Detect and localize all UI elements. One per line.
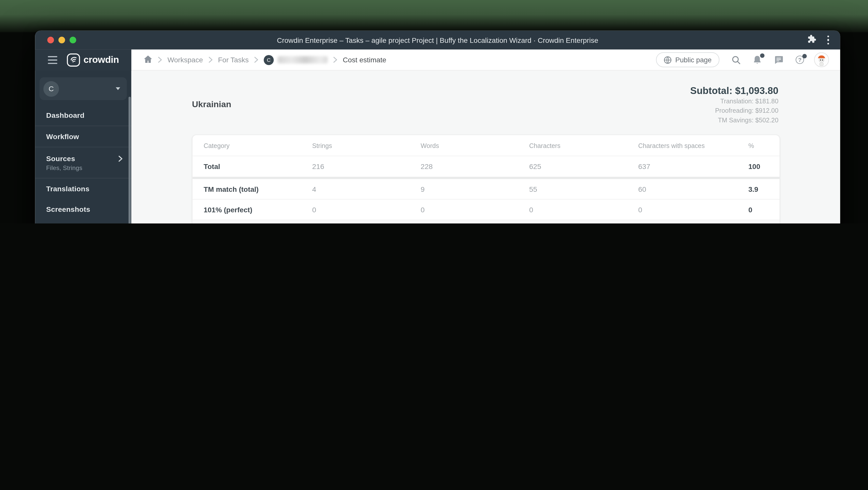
cost-summary: Subtotal: $1,093.80 Translation: $181.80… bbox=[690, 85, 778, 125]
titlebar-actions bbox=[807, 34, 840, 45]
sidebar: crowdin C Dashboard Workflow Sources bbox=[35, 50, 131, 224]
public-page-button[interactable]: Public page bbox=[656, 52, 719, 67]
notifications-bell-icon[interactable] bbox=[753, 55, 762, 64]
breadcrumb-for-tasks[interactable]: For Tasks bbox=[218, 56, 249, 64]
table-row-101-perfect[interactable]: 101% (perfect) 0 0 0 0 0 bbox=[192, 200, 779, 220]
sidebar-header: crowdin bbox=[35, 50, 131, 70]
table-header-row: Category Strings Words Characters Charac… bbox=[192, 135, 779, 156]
account-avatar: C bbox=[43, 81, 59, 96]
chevron-right-icon bbox=[158, 57, 162, 63]
menu-toggle-icon[interactable] bbox=[46, 55, 58, 65]
browser-menu-icon[interactable] bbox=[826, 34, 830, 45]
window-titlebar: Crowdin Enterprise – Tasks – agile proje… bbox=[35, 31, 840, 50]
user-avatar[interactable] bbox=[814, 52, 829, 67]
sidebar-item-translations[interactable]: Translations bbox=[35, 178, 131, 199]
chevron-right-icon bbox=[209, 57, 212, 63]
account-switcher[interactable]: C bbox=[39, 77, 127, 100]
page-content: Ukrainian Subtotal: $1,093.80 Translatio… bbox=[131, 71, 840, 224]
messages-icon[interactable] bbox=[774, 55, 783, 64]
chevron-right-icon bbox=[118, 155, 122, 161]
desktop-wallpaper bbox=[0, 0, 868, 32]
sidebar-item-tasks[interactable]: Tasks bbox=[35, 220, 131, 224]
app-layout: crowdin C Dashboard Workflow Sources bbox=[35, 50, 840, 224]
screen: Crowdin Enterprise – Tasks – agile proje… bbox=[0, 0, 868, 224]
project-avatar: C bbox=[264, 55, 274, 65]
sidebar-item-sources-sub: Files, Strings bbox=[46, 164, 122, 171]
sidebar-scrollbar[interactable] bbox=[129, 97, 131, 224]
cost-estimate-table: Category Strings Words Characters Charac… bbox=[192, 134, 780, 224]
col-percent: % bbox=[748, 142, 779, 149]
minimize-window-button[interactable] bbox=[58, 37, 65, 43]
translation-cost-line: Translation: $181.80 bbox=[690, 97, 778, 106]
breadcrumb: Workspace For Tasks C Cost estimate bbox=[144, 55, 386, 65]
col-characters: Characters bbox=[529, 142, 638, 149]
proofreading-cost-line: Proofreading: $912.00 bbox=[690, 106, 778, 116]
col-characters-with-spaces: Characters with spaces bbox=[638, 142, 748, 149]
search-icon[interactable] bbox=[732, 55, 740, 64]
help-icon[interactable]: ? bbox=[796, 56, 804, 64]
subtotal-amount: Subtotal: $1,093.80 bbox=[690, 85, 778, 97]
table-row-total[interactable]: Total 216 228 625 637 100 bbox=[192, 156, 779, 177]
breadcrumb-workspace[interactable]: Workspace bbox=[167, 56, 203, 64]
topbar-actions: Public page ? bbox=[656, 52, 829, 67]
sidebar-item-sources[interactable]: Sources Files, Strings bbox=[35, 147, 131, 178]
extensions-icon[interactable] bbox=[807, 34, 816, 45]
window-title: Crowdin Enterprise – Tasks – agile proje… bbox=[35, 36, 840, 44]
globe-icon bbox=[663, 56, 672, 64]
redacted-project-name bbox=[278, 56, 328, 64]
notification-dot bbox=[760, 54, 765, 58]
help-dot bbox=[802, 54, 807, 59]
sidebar-nav: Dashboard Workflow Sources Files, String… bbox=[35, 105, 131, 224]
col-category: Category bbox=[204, 142, 312, 149]
chevron-right-icon bbox=[333, 57, 337, 63]
crowdin-logo[interactable]: crowdin bbox=[67, 54, 119, 67]
close-window-button[interactable] bbox=[48, 37, 54, 43]
chevron-down-icon bbox=[116, 87, 120, 90]
home-icon[interactable] bbox=[144, 55, 152, 65]
col-strings: Strings bbox=[312, 142, 421, 149]
content-column: Workspace For Tasks C Cost estimate bbox=[131, 50, 840, 224]
table-row-100[interactable]: 100% 4 9 55 60 3.9 bbox=[192, 220, 779, 224]
window-controls bbox=[35, 37, 76, 43]
crowdin-wordmark: crowdin bbox=[84, 55, 119, 66]
tm-savings-line: TM Savings: $502.20 bbox=[690, 116, 778, 125]
group-separator bbox=[192, 177, 779, 179]
breadcrumb-cost-estimate: Cost estimate bbox=[343, 56, 386, 64]
sidebar-item-screenshots[interactable]: Screenshots bbox=[35, 199, 131, 220]
col-words: Words bbox=[421, 142, 529, 149]
breadcrumb-bar: Workspace For Tasks C Cost estimate bbox=[131, 50, 840, 70]
table-row-tm-match-total[interactable]: TM match (total) 4 9 55 60 3.9 bbox=[192, 179, 779, 200]
chevron-right-icon bbox=[254, 57, 258, 63]
breadcrumb-project[interactable]: C bbox=[264, 55, 328, 65]
fullscreen-window-button[interactable] bbox=[69, 37, 76, 43]
sidebar-item-dashboard[interactable]: Dashboard bbox=[35, 105, 131, 126]
sidebar-item-workflow[interactable]: Workflow bbox=[35, 126, 131, 147]
crowdin-logo-icon bbox=[67, 54, 80, 67]
browser-window: Crowdin Enterprise – Tasks – agile proje… bbox=[35, 31, 840, 224]
language-heading: Ukrainian bbox=[192, 100, 231, 109]
